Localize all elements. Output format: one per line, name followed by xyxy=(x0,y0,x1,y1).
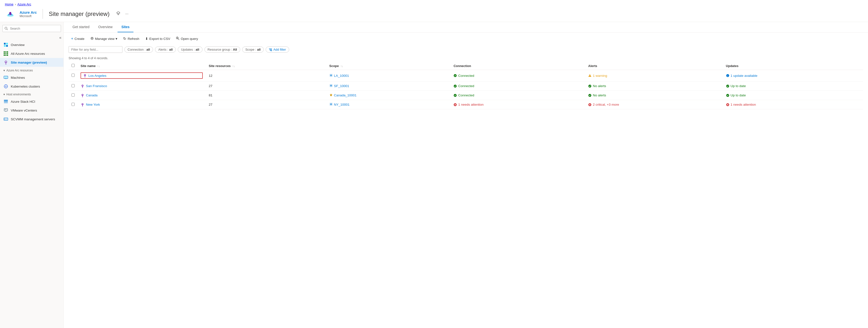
sidebar-section-label: Azure Arc resources xyxy=(6,69,33,72)
sidebar-section-host-label: Host environments xyxy=(6,93,31,96)
sidebar-item-machines[interactable]: Machines xyxy=(0,73,63,82)
connection-status-ny: 1 needs attention xyxy=(454,103,582,106)
svg-rect-7 xyxy=(6,45,8,47)
row-checkbox-sf[interactable] xyxy=(71,84,75,87)
create-button[interactable]: + Create xyxy=(68,35,87,42)
all-arc-icon xyxy=(3,51,8,56)
breadcrumb-home[interactable]: Home xyxy=(5,2,13,6)
table-header: Site name ↑↓ Site resources ↑↓ Scope ↑↓ xyxy=(68,62,863,70)
site-pin-icon-ca xyxy=(81,93,85,97)
row-checkbox-ca[interactable] xyxy=(71,93,75,97)
alerts-cell-sf: No alerts xyxy=(585,81,723,91)
update-link-la[interactable]: 1 update available xyxy=(731,74,757,77)
scope-cell-ny: NY_10001 xyxy=(327,100,451,109)
add-filter-button[interactable]: Add filter xyxy=(266,46,289,53)
sidebar-item-scvmm[interactable]: SCVMM management servers xyxy=(0,115,63,124)
update-link-ny[interactable]: 1 needs attention xyxy=(731,103,756,106)
vmware-icon xyxy=(3,108,8,113)
sidebar-item-kubernetes[interactable]: Kubernetes clusters xyxy=(0,82,63,91)
svg-point-14 xyxy=(5,86,6,87)
resources-cell-la: 12 xyxy=(206,70,326,81)
tab-sites[interactable]: Sites xyxy=(118,22,133,32)
error-icon-updates-ny xyxy=(726,103,730,106)
search-input[interactable] xyxy=(2,25,61,32)
alerts-cell-ny: 2 critical, +3 more xyxy=(585,100,723,109)
sidebar-item-label-site-manager: Site manager (preview) xyxy=(11,61,47,64)
sort-icon-scope[interactable]: ↑↓ xyxy=(340,65,343,67)
page-header: Azure Arc Microsoft Site manager (previe… xyxy=(0,7,868,22)
svg-rect-11 xyxy=(5,76,7,78)
alert-warning-la: ! 1 warning xyxy=(588,74,720,77)
row-checkbox-ny[interactable] xyxy=(71,103,75,106)
scope-link-sf[interactable]: SF_10001 xyxy=(329,84,448,88)
sidebar-item-azure-stack[interactable]: Azure Stack HCI xyxy=(0,97,63,106)
sidebar-item-all-arc[interactable]: All Azure Arc resources xyxy=(0,49,63,58)
sidebar-search-container xyxy=(0,22,63,35)
alert-link-la[interactable]: 1 warning xyxy=(593,74,607,77)
sidebar-item-site-manager[interactable]: Site manager (preview) xyxy=(0,58,63,67)
filter-chip-updates[interactable]: Updates : all xyxy=(178,46,202,53)
refresh-button[interactable]: ↻ Refresh xyxy=(121,35,142,42)
filter-chip-alerts[interactable]: Alerts : all xyxy=(155,46,176,53)
site-pin-icon-la xyxy=(83,74,87,77)
tab-overview[interactable]: Overview xyxy=(94,22,116,32)
filter-chip-resource-group[interactable]: Resource group : All xyxy=(205,46,240,53)
select-all-checkbox[interactable] xyxy=(71,64,75,67)
svg-rect-21 xyxy=(4,102,8,103)
chevron-down-icon-toolbar: ▾ xyxy=(116,37,117,41)
svg-point-27 xyxy=(4,119,5,120)
site-name-link-ny[interactable]: New York xyxy=(81,103,203,107)
site-name-link-sf[interactable]: San Fransisco xyxy=(81,84,203,88)
row-checkbox-la[interactable] xyxy=(71,74,75,77)
sidebar-collapse[interactable]: « xyxy=(0,35,63,40)
breadcrumb-azure-arc[interactable]: Azure Arc xyxy=(18,2,31,6)
scope-icon-ca xyxy=(329,93,333,97)
site-name-link-ca[interactable]: Canada xyxy=(81,93,203,97)
filter-input[interactable] xyxy=(68,46,122,53)
sidebar-item-overview[interactable]: Overview xyxy=(0,40,63,49)
sidebar-section-arc-resources[interactable]: ▾ Azure Arc resources xyxy=(0,67,63,73)
svg-rect-4 xyxy=(4,43,6,44)
alert-link-ny[interactable]: 2 critical, +3 more xyxy=(593,103,619,106)
sort-icon-resources[interactable]: ↑↓ xyxy=(232,65,235,67)
scope-filter-label: Scope : xyxy=(245,48,256,52)
scope-filter-value: all xyxy=(257,48,260,52)
azure-stack-icon xyxy=(3,99,8,104)
manage-view-button[interactable]: Manage view ▾ xyxy=(88,35,120,42)
updates-filter-value: all xyxy=(196,48,199,52)
sidebar-item-label-all-arc: All Azure Arc resources xyxy=(11,52,45,56)
more-actions-button[interactable]: ··· xyxy=(124,11,129,17)
connection-cell-sf: Connected xyxy=(451,81,585,91)
sidebar-item-label-scvmm: SCVMM management servers xyxy=(11,118,55,121)
scope-link-ca[interactable]: Canada_10001 xyxy=(329,93,448,97)
updates-cell-la: i 1 update available xyxy=(723,70,863,81)
connection-link-ny[interactable]: 1 needs attention xyxy=(458,103,484,106)
site-name-link-la[interactable]: Los Angeles xyxy=(81,72,203,79)
filter-chip-connection[interactable]: Connection : all xyxy=(124,46,153,53)
alerts-cell-ca: No alerts xyxy=(585,91,723,100)
sort-icon-site-name[interactable]: ↑↓ xyxy=(97,65,100,67)
open-query-label: Open query xyxy=(181,37,198,41)
scope-link-ny[interactable]: NY_10001 xyxy=(329,102,448,107)
scope-link-la[interactable]: LA_10001 xyxy=(329,74,448,78)
tab-get-started[interactable]: Get started xyxy=(68,22,93,32)
svg-text:i: i xyxy=(727,75,728,77)
error-icon-alerts-ny xyxy=(588,103,592,106)
query-icon xyxy=(176,37,180,41)
table-container: Site name ↑↓ Site resources ↑↓ Scope ↑↓ xyxy=(64,62,868,328)
export-csv-button[interactable]: ⬇ Export to CSV xyxy=(143,35,173,42)
header-connection: Connection xyxy=(451,62,585,70)
open-query-button[interactable]: Open query xyxy=(174,35,200,42)
header-titles: Azure Arc Microsoft xyxy=(20,10,37,18)
sidebar-section-host[interactable]: ▾ Host environments xyxy=(0,91,63,97)
table-body: Los Angeles 12 LA_10001 xyxy=(68,70,863,109)
svg-rect-19 xyxy=(4,100,8,101)
resources-cell-ca: 81 xyxy=(206,91,326,100)
pin-button[interactable] xyxy=(115,10,121,18)
export-csv-label: Export to CSV xyxy=(149,37,170,41)
svg-rect-25 xyxy=(5,111,6,112)
filter-chip-scope[interactable]: Scope : all xyxy=(242,46,264,53)
svg-rect-28 xyxy=(6,119,7,119)
sidebar-item-vmware[interactable]: VMware vCenters xyxy=(0,106,63,115)
header-checkbox-cell xyxy=(68,62,78,70)
